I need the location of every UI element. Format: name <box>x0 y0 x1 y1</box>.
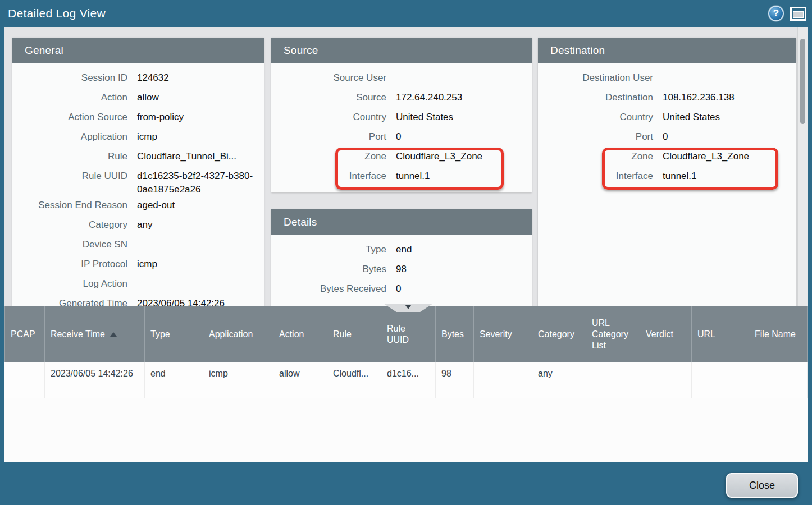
field-row-ip-protocol: IP Protocolicmp <box>12 258 264 277</box>
col-header-application[interactable]: Application <box>203 306 273 362</box>
dialog-footer: Close <box>0 462 812 505</box>
field-label: Zone <box>271 150 386 163</box>
col-header-label: Verdict <box>646 329 673 340</box>
field-value: 2023/06/05 14:42:26 <box>137 297 225 307</box>
field-value: d1c16235-b2f2-4327-b380-0ae1875e2a26 <box>137 169 261 196</box>
field-row-category: Categoryany <box>12 218 264 238</box>
cell-type: end <box>145 362 203 398</box>
col-header-label: URL Category List <box>592 318 634 351</box>
col-header-bytes[interactable]: Bytes <box>436 306 474 362</box>
field-row-bytes: Bytes98 <box>271 263 532 282</box>
field-row-interface: Interfacetunnel.1 <box>271 169 532 189</box>
chevron-down-icon <box>405 305 411 309</box>
log-detail-content: General Session ID124632ActionallowActio… <box>4 27 808 306</box>
field-row-port: Port0 <box>271 130 532 150</box>
field-value: 0 <box>396 130 401 144</box>
maximize-icon[interactable] <box>790 7 806 21</box>
general-panel-body: Session ID124632ActionallowAction Source… <box>12 63 264 307</box>
field-value: 124632 <box>137 71 169 85</box>
log-table-row[interactable]: 2023/06/05 14:42:26endicmpallowCloudfl..… <box>4 362 808 398</box>
field-value: United States <box>396 111 453 124</box>
dialog-title: Detailed Log View <box>0 7 106 20</box>
cell-action: allow <box>273 362 327 398</box>
field-label: Bytes Received <box>271 282 386 296</box>
col-header-pcap[interactable]: PCAP <box>4 306 45 362</box>
field-label: Interface <box>271 169 386 183</box>
field-label: Category <box>12 218 127 232</box>
field-row-log-action: Log Action <box>12 277 264 297</box>
field-row-application: Applicationicmp <box>12 130 264 150</box>
cell-application: icmp <box>203 362 273 398</box>
col-header-label: Action <box>279 329 304 340</box>
field-value: tunnel.1 <box>663 169 697 183</box>
field-row-session-end-reason: Session End Reasonaged-out <box>12 199 264 218</box>
details-panel: Details TypeendBytes98Bytes Received0 <box>271 209 532 307</box>
field-label: Rule UUID <box>12 169 127 183</box>
col-header-label: PCAP <box>11 329 35 340</box>
field-value: Cloudflare_L3_Zone <box>663 150 749 163</box>
field-row-bytes-received: Bytes Received0 <box>271 282 532 302</box>
log-table-section: PCAPReceive TimeTypeApplicationActionRul… <box>4 306 808 462</box>
cell-bytes: 98 <box>436 362 474 398</box>
col-header-label: Severity <box>480 329 512 340</box>
dialog-title-bar: Detailed Log View ? <box>0 0 812 27</box>
field-label: Zone <box>538 150 653 163</box>
field-row-rule: RuleCloudflare_Tunnel_Bi... <box>12 150 264 169</box>
field-label: Session ID <box>12 71 127 85</box>
cell-file-name <box>749 362 808 398</box>
col-header-type[interactable]: Type <box>145 306 203 362</box>
field-label: Destination User <box>538 71 653 85</box>
cell-verdict <box>640 362 692 398</box>
close-button[interactable]: Close <box>726 473 798 498</box>
col-header-rule[interactable]: Rule <box>327 306 381 362</box>
field-row-zone: ZoneCloudflare_L3_Zone <box>271 150 532 169</box>
titlebar-icons: ? <box>768 6 806 21</box>
cell-pcap <box>4 362 45 398</box>
general-panel-header: General <box>12 38 264 63</box>
details-panel-header: Details <box>271 209 532 235</box>
destination-panel-body: Destination UserDestination108.162.236.1… <box>538 63 796 189</box>
field-row-country: CountryUnited States <box>538 111 796 130</box>
field-label: Country <box>538 111 653 124</box>
col-header-label: Application <box>209 329 253 340</box>
field-label: Destination <box>538 91 653 104</box>
field-row-source-user: Source User <box>271 71 532 91</box>
field-value: any <box>137 218 152 232</box>
col-header-url[interactable]: URL <box>692 306 749 362</box>
help-icon[interactable]: ? <box>768 6 784 21</box>
field-label: Generated Time <box>12 297 127 307</box>
content-scrollbar[interactable] <box>797 27 808 307</box>
field-label: Action Source <box>12 111 127 124</box>
field-row-action-source: Action Sourcefrom-policy <box>12 111 264 130</box>
general-panel: General Session ID124632ActionallowActio… <box>12 38 264 307</box>
col-header-label: Rule <box>333 329 352 340</box>
field-row-action: Actionallow <box>12 91 264 111</box>
cell-category: any <box>532 362 586 398</box>
col-header-action[interactable]: Action <box>273 306 327 362</box>
col-header-label: Rule UUID <box>387 323 430 346</box>
source-panel-body: Source UserSource172.64.240.253CountryUn… <box>271 63 532 189</box>
field-row-destination-user: Destination User <box>538 71 796 91</box>
col-header-category[interactable]: Category <box>532 306 586 362</box>
field-row-source: Source172.64.240.253 <box>271 91 532 111</box>
col-header-severity[interactable]: Severity <box>474 306 532 362</box>
col-header-rule-uuid[interactable]: Rule UUID <box>381 306 436 362</box>
cell-url <box>692 362 749 398</box>
source-panel-title: Source <box>284 44 318 57</box>
cell-rule: Cloudfl... <box>327 362 381 398</box>
field-value: 0 <box>396 282 401 296</box>
col-header-file-name[interactable]: File Name <box>749 306 808 362</box>
field-label: Port <box>271 130 386 144</box>
field-value: from-policy <box>137 111 184 124</box>
col-header-url-category-list[interactable]: URL Category List <box>586 306 640 362</box>
cell-receive-time: 2023/06/05 14:42:26 <box>45 362 145 398</box>
destination-panel: Destination Destination UserDestination1… <box>538 38 796 307</box>
col-header-receive-time[interactable]: Receive Time <box>45 306 145 362</box>
scrollbar-thumb[interactable] <box>800 39 805 124</box>
field-label: IP Protocol <box>12 258 127 271</box>
col-header-verdict[interactable]: Verdict <box>640 306 692 362</box>
field-row-generated-time: Generated Time2023/06/05 14:42:26 <box>12 297 264 307</box>
field-value: allow <box>137 91 159 104</box>
log-table-body: 2023/06/05 14:42:26endicmpallowCloudfl..… <box>4 362 808 398</box>
field-label: Rule <box>12 150 127 163</box>
